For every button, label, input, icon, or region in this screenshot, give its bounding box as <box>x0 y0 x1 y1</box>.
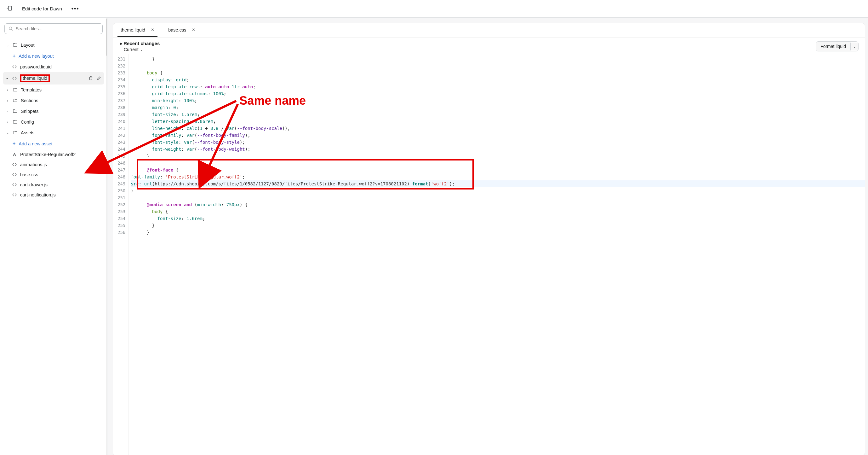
svg-point-1 <box>9 27 12 30</box>
add-asset-button[interactable]: + Add a new asset <box>3 138 104 149</box>
line-number: 247 <box>118 167 125 173</box>
file-theme-liquid[interactable]: theme.liquid <box>3 72 104 85</box>
more-icon[interactable]: ••• <box>71 5 80 12</box>
code-line[interactable]: grid-template-columns: 100%; <box>131 90 865 97</box>
changes-bar: Recent changes Current ⌄ Format liquid ⌄ <box>113 37 865 54</box>
code-line[interactable]: } <box>131 187 865 194</box>
line-number: 243 <box>118 139 125 146</box>
plus-icon: + <box>12 141 16 147</box>
svg-rect-0 <box>8 6 12 10</box>
code-line[interactable] <box>131 160 865 167</box>
chevron-right-icon: › <box>6 88 9 92</box>
line-number: 233 <box>118 69 125 76</box>
code-line[interactable]: } <box>131 56 865 62</box>
svg-line-2 <box>11 29 12 31</box>
code-file-icon <box>12 172 17 177</box>
search-icon <box>8 26 13 31</box>
line-number: 232 <box>118 62 125 69</box>
line-number: 245 <box>118 152 125 160</box>
close-icon[interactable]: ✕ <box>151 27 154 32</box>
search-input-container[interactable] <box>4 23 103 34</box>
code-line[interactable]: font-family: 'ProtestStrike-Regular.woff… <box>131 173 865 180</box>
code-file-icon <box>12 192 17 197</box>
tab-theme-liquid[interactable]: theme.liquid✕ <box>118 24 157 37</box>
code-file-icon <box>12 64 17 69</box>
code-line[interactable]: } <box>131 229 865 236</box>
line-number: 246 <box>118 160 125 167</box>
code-line[interactable]: display: grid; <box>131 76 865 83</box>
code-line[interactable]: font-size: 1.6rem; <box>131 215 865 222</box>
code-line[interactable]: font-style: var(--font-body-style); <box>131 139 865 146</box>
code-line[interactable]: body { <box>131 69 865 76</box>
line-number: 236 <box>118 90 125 97</box>
sidebar-scrollbar[interactable] <box>106 18 107 455</box>
code-line[interactable]: } <box>131 222 865 229</box>
folder-layout[interactable]: ⌄ Layout <box>3 40 104 51</box>
chevron-down-icon: ⌄ <box>6 44 9 47</box>
code-line[interactable]: @media screen and (min-width: 750px) { <box>131 201 865 208</box>
close-icon[interactable]: ✕ <box>192 27 195 32</box>
line-number: 244 <box>118 146 125 152</box>
code-line[interactable]: font-family: var(--font-body-family); <box>131 132 865 139</box>
folder-assets[interactable]: ⌄ Assets <box>3 127 104 138</box>
line-number: 239 <box>118 111 125 118</box>
editor-tabs: theme.liquid✕base.css✕ <box>113 23 865 37</box>
file-proteststrike-regular-woff2[interactable]: ProtestStrike-Regular.woff2 <box>3 149 104 160</box>
file-password-liquid[interactable]: password.liquid <box>3 62 104 72</box>
code-line[interactable]: src: url(https://cdn.shopify.com/s/files… <box>131 180 865 187</box>
format-dropdown-button[interactable]: ⌄ <box>850 42 858 51</box>
tab-label: theme.liquid <box>121 27 145 32</box>
code-line[interactable]: body { <box>131 208 865 215</box>
code-editor[interactable]: 2312322332342352362372382392402412422432… <box>113 54 865 455</box>
page-title: Edit code for Dawn <box>22 6 62 11</box>
line-number: 250 <box>118 187 125 194</box>
folder-label: Snippets <box>21 109 38 114</box>
tab-label: base.css <box>168 27 186 32</box>
code-line[interactable]: font-size: 1.5rem; <box>131 111 865 118</box>
chevron-down-icon: ⌄ <box>140 48 143 51</box>
folder-label: Templates <box>21 87 41 92</box>
line-number: 251 <box>118 194 125 201</box>
code-line[interactable]: grid-template-rows: auto auto 1fr auto; <box>131 83 865 90</box>
line-number: 253 <box>118 208 125 215</box>
file-cart-notification-js[interactable]: cart-notification.js <box>3 190 104 200</box>
file-base-css[interactable]: base.css <box>3 170 104 180</box>
folder-icon <box>12 109 18 114</box>
version-selector[interactable]: Current ⌄ <box>124 47 160 52</box>
code-line[interactable]: font-weight: var(--font-body-weight); <box>131 146 865 152</box>
tab-base-css[interactable]: base.css✕ <box>165 24 198 37</box>
folder-snippets[interactable]: › Snippets <box>3 106 104 117</box>
font-file-icon <box>12 152 17 157</box>
line-number-gutter: 2312322332342352362372382392402412422432… <box>113 54 129 455</box>
add-layout-button[interactable]: + Add a new layout <box>3 51 104 62</box>
back-icon[interactable] <box>6 5 12 12</box>
code-line[interactable] <box>131 62 865 69</box>
trash-icon[interactable] <box>88 76 93 81</box>
code-line[interactable]: @font-face { <box>131 167 865 173</box>
line-number: 240 <box>118 118 125 125</box>
code-line[interactable]: min-height: 100%; <box>131 97 865 104</box>
code-file-icon <box>12 76 17 81</box>
code-file-icon <box>12 182 17 187</box>
search-input[interactable] <box>16 26 99 31</box>
file-animations-js[interactable]: animations.js <box>3 160 104 170</box>
code-line[interactable]: margin: 0; <box>131 104 865 111</box>
line-number: 237 <box>118 97 125 104</box>
folder-sections[interactable]: › Sections <box>3 95 104 106</box>
file-label: cart-drawer.js <box>20 182 48 187</box>
chevron-right-icon: › <box>6 99 9 103</box>
code-line[interactable]: line-height: calc(1 + 0.8 / var(--font-b… <box>131 125 865 132</box>
code-file-icon <box>12 162 17 167</box>
file-cart-drawer-js[interactable]: cart-drawer.js <box>3 180 104 190</box>
folder-label: Config <box>21 119 34 124</box>
pencil-icon[interactable] <box>96 76 101 81</box>
file-label-highlighted: theme.liquid <box>20 75 50 82</box>
format-liquid-button[interactable]: Format liquid <box>816 41 850 51</box>
line-number: 238 <box>118 104 125 111</box>
folder-templates[interactable]: › Templates <box>3 85 104 95</box>
folder-config[interactable]: › Config <box>3 117 104 127</box>
code-line[interactable] <box>131 194 865 201</box>
code-content[interactable]: } body { display: grid; grid-template-ro… <box>129 54 865 455</box>
code-line[interactable]: } <box>131 152 865 160</box>
code-line[interactable]: letter-spacing: 0.06rem; <box>131 118 865 125</box>
